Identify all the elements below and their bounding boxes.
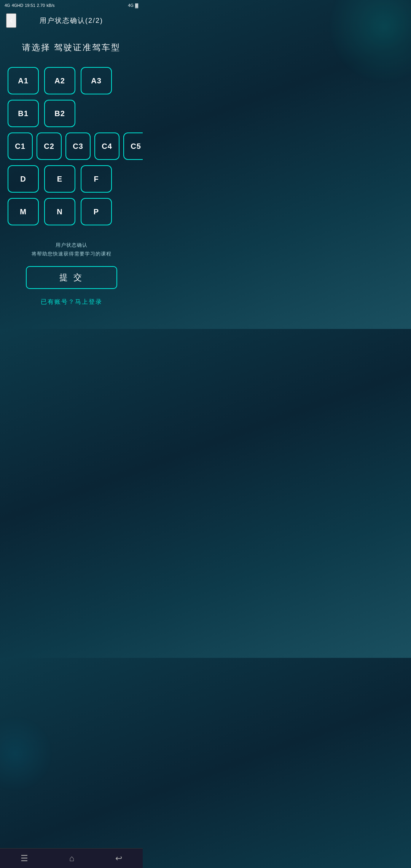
license-btn-n[interactable]: N [44, 198, 75, 225]
license-btn-p[interactable]: P [81, 198, 112, 225]
license-btn-c4[interactable]: C4 [94, 132, 119, 160]
license-btn-a2[interactable]: A2 [44, 67, 75, 94]
license-row-c: C1 C2 C3 C4 C5 [8, 132, 135, 160]
license-row-a: A1 A2 A3 [8, 67, 135, 94]
license-row-mnp: M N P [8, 198, 135, 225]
status-left: 4G 4GHD 19:51 2.70 kB/s [5, 3, 55, 8]
license-grid: A1 A2 A3 B1 B2 C1 C2 C3 C4 C5 D E F M N … [8, 67, 135, 225]
status-bar: 4G 4GHD 19:51 2.70 kB/s 4G ▓ [0, 0, 143, 11]
signal-4ghd: 4GHD [12, 3, 24, 8]
info-line1: 用户状态确认 [8, 241, 135, 249]
info-section: 用户状态确认 将帮助您快速获得需要学习的课程 [8, 241, 135, 258]
license-btn-c1[interactable]: C1 [8, 132, 33, 160]
license-btn-m[interactable]: M [8, 198, 39, 225]
submit-button[interactable]: 提 交 [26, 266, 117, 289]
selection-title: 请选择 驾驶证准驾车型 [8, 42, 135, 53]
header: ‹ 用户状态确认(2/2) [0, 11, 143, 30]
license-btn-f[interactable]: F [81, 165, 112, 193]
status-speed: 2.70 [37, 3, 45, 8]
status-right: 4G ▓ [128, 3, 138, 8]
signal-right-4g: 4G [128, 3, 134, 8]
login-link[interactable]: 已有账号？马上登录 [8, 298, 135, 306]
main-content: 请选择 驾驶证准驾车型 A1 A2 A3 B1 B2 C1 C2 C3 C4 C… [0, 30, 143, 329]
back-button[interactable]: ‹ [6, 13, 16, 28]
signal-4g: 4G [5, 3, 10, 8]
license-row-def: D E F [8, 165, 135, 193]
license-btn-b2[interactable]: B2 [44, 100, 75, 127]
license-btn-c3[interactable]: C3 [65, 132, 91, 160]
license-btn-e[interactable]: E [44, 165, 75, 193]
license-btn-a1[interactable]: A1 [8, 67, 39, 94]
status-time: 19:51 [25, 3, 35, 8]
license-btn-a3[interactable]: A3 [81, 67, 112, 94]
license-btn-d[interactable]: D [8, 165, 39, 193]
license-row-b: B1 B2 [8, 100, 135, 127]
license-btn-c5[interactable]: C5 [123, 132, 143, 160]
license-btn-b1[interactable]: B1 [8, 100, 39, 127]
status-speed-unit: kB/s [46, 3, 54, 8]
info-line2: 将帮助您快速获得需要学习的课程 [8, 249, 135, 258]
battery-icon: ▓ [135, 3, 138, 8]
page-title: 用户状态确认(2/2) [40, 16, 103, 25]
license-btn-c2[interactable]: C2 [37, 132, 62, 160]
